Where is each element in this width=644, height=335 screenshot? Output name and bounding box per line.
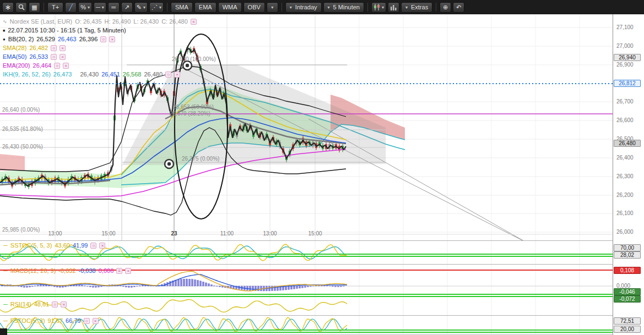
sma-settings-icon[interactable]: ○ [51,45,57,51]
sstoc-remove-icon[interactable]: × [99,243,105,249]
fib-label-0-bottom: 25,985 (0.00%) [2,227,40,233]
panel-separator[interactable] [0,264,613,265]
ikh-remove-icon[interactable]: × [174,72,180,78]
zoom-in-icon[interactable]: ⊕ [440,2,451,13]
candlestick-glyph [374,3,380,11]
ema50-remove-icon[interactable]: × [59,54,66,60]
ema200-label: EMA(200) [3,62,30,69]
rsi-panel[interactable] [0,294,613,316]
sstoc-label: SSTOC(5, 5, 3) [10,242,52,249]
sma-remove-icon[interactable]: × [59,45,66,51]
fstoc-tag-1: 72,51 [614,317,641,325]
pencil-tool-icon[interactable]: ✎▾ [134,2,148,13]
ema-button[interactable]: EMA [194,2,217,13]
high-value: H: 26,490 [105,18,131,25]
parallel-lines-tool-icon[interactable]: ═ [108,2,120,13]
fstoc-remove-icon[interactable]: × [93,318,99,324]
ikh-settings-icon[interactable]: ○ [165,72,171,78]
macd-level-line[interactable] [0,296,613,297]
nodes-tool-icon[interactable]: ⋰▾ [149,2,164,13]
rsi-legend: ─ RSI(14) 48,61 ○ × [3,301,67,307]
ema50-value: 26,533 [29,53,48,60]
fib-label-0-left: 26,640 (0.00%) [2,107,40,113]
wma-button[interactable]: WMA [218,2,242,13]
bb-label: BB(20, 2) [8,36,34,42]
axis-label: 26,600 [616,117,634,123]
bb-upper-value: 26,529 [36,36,55,42]
panel-separator[interactable] [0,315,613,316]
sma-button[interactable]: SMA [171,2,193,13]
rsi-settings-icon[interactable]: ○ [52,301,58,307]
ema50-settings-icon[interactable]: ○ [51,54,57,60]
drawn-triangle-shape[interactable] [122,65,528,240]
ikh-senkou-b-value: 26,568 [123,71,142,78]
axis-label: 26,900 [616,62,634,68]
toolbar-separator [167,3,167,12]
axis-label: 26,400 [616,155,634,161]
arrow-tool-icon[interactable]: ↗ [121,2,133,13]
bars-glyph [390,4,397,10]
sstoc-k-value: 43,60 [55,242,70,249]
ema200-remove-icon[interactable]: × [63,63,69,69]
text-tool-button[interactable]: T+ [47,2,63,13]
trendline-tool-icon[interactable]: ╱ [65,2,77,13]
fibonacci-tool-icon[interactable]: %▾ [78,2,92,13]
time-label: 15:00 [101,230,115,237]
interval-dropdown[interactable]: ▾Intraday [285,2,322,13]
fstoc-k-value: 91,67 [48,317,63,324]
fstoc-label: FSTOC(5, 3) [10,317,45,324]
high-price-tag: 26,940 [614,54,641,61]
ikh-row: IKH(9, 26, 52, 26) 26,473 26,430 26,451 … [3,70,197,79]
sstoc-settings-icon[interactable]: ○ [90,243,96,249]
search-icon[interactable] [15,2,27,13]
time-label: 11:00 [220,230,234,237]
sparkline-icon: ∿ [3,19,7,24]
alert-price-tag: 26,812 [614,80,641,87]
macd-level-tag-2: -0,072 [614,295,641,303]
timeframe-dropdown[interactable]: ▾5 Minuten [323,2,364,13]
macd-label: MACD(12, 26, 9) [10,267,56,274]
sstoc-level-line[interactable] [0,256,613,257]
axis-label: 26,200 [616,192,634,198]
rsi-marker-icon: ─ [3,301,8,307]
rsi-label: RSI(14) [10,301,31,307]
bb-middle-value: 26,463 [58,36,77,42]
sstoc-level-line[interactable] [0,254,613,255]
obv-button[interactable]: OBV [243,2,265,13]
chart-type-candle-icon[interactable]: ▾ [371,2,386,13]
bb-remove-icon[interactable]: × [109,36,115,42]
macd-level-tag-1: -0,046 [614,288,641,295]
undo-icon[interactable]: ↶ [453,2,464,13]
obv-dropdown-icon[interactable]: ▾ [267,2,278,13]
magnifier-glyph [18,4,25,10]
ikh-senkou-a-value: 26,451 [101,71,120,78]
fstoc-level-line[interactable] [0,329,613,331]
axis-label: 26,700 [616,98,634,105]
ema200-settings-icon[interactable]: ○ [54,63,60,69]
fstoc-settings-icon[interactable]: ○ [84,318,90,324]
horizontal-line-tool-icon[interactable]: ─▾ [94,2,106,13]
bb-row: ● BB(20, 2) 26,529 26,463 26,396 ○ × [3,35,197,43]
fib-label-50-mid: 26,653 (50.00%) [173,104,214,110]
bb-settings-icon[interactable]: ○ [100,36,106,42]
sstoc-marker-icon: ─ [3,242,8,249]
fib-label-382: 26,579 (38.20%) [170,111,210,117]
panel-separator[interactable] [0,240,613,241]
axis-label: 27,000 [616,43,634,49]
macd-settings-icon[interactable]: ≡ [116,268,122,274]
layout-grid-icon[interactable]: ▦ [29,2,40,13]
axis-label: 26,300 [616,173,634,179]
rsi-remove-icon[interactable]: × [61,301,67,307]
price-axis-border [613,14,613,335]
close-value: C: 26,480 [161,18,188,25]
time-label: 13:00 [263,230,277,237]
axis-label: 27,100 [616,24,634,30]
chart-type-bars-icon[interactable] [388,2,399,13]
extras-dropdown[interactable]: ▾Extras [401,2,432,13]
app-menu-icon[interactable]: ∗ [2,2,14,13]
fstoc-level-line[interactable] [0,332,613,333]
macd-remove-icon[interactable]: × [125,268,131,274]
ikh-chikou-value: 26,480 [144,71,163,78]
macd-level-line[interactable] [0,294,613,295]
close-instrument-icon[interactable]: × [191,19,197,25]
